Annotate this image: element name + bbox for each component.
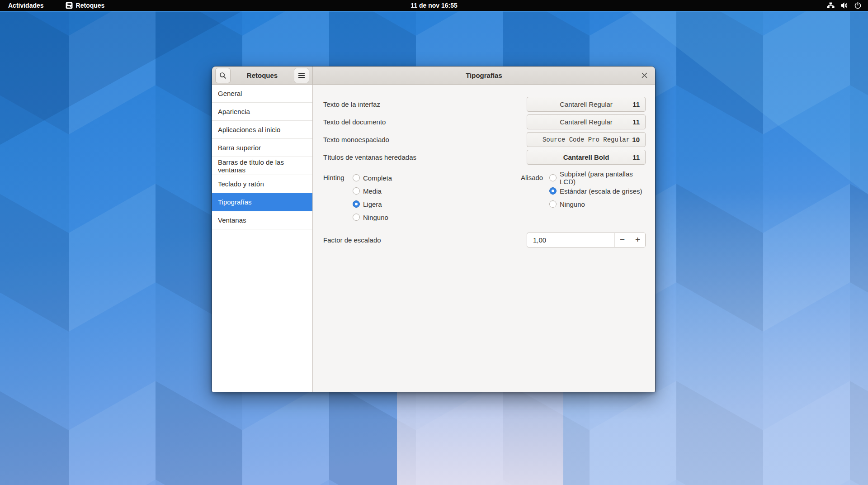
sidebar-item-apariencia[interactable]: Apariencia [212, 103, 312, 121]
antialiasing-label: Alisado [521, 173, 549, 222]
focused-app-name: Retoques [76, 2, 105, 9]
radio-icon [353, 174, 360, 181]
monospace-text-label: Texto monoespaciado [323, 136, 527, 143]
hinting-option-media[interactable]: Media [353, 186, 521, 195]
focused-app-button[interactable]: Retoques [61, 0, 109, 11]
sidebar: General Apariencia Aplicaciones al inici… [212, 85, 313, 392]
hinting-option-completa[interactable]: Completa [353, 173, 521, 182]
hinting-options: Completa Media Ligera Ninguno [353, 173, 521, 222]
increase-button[interactable]: + [630, 233, 645, 247]
radio-icon [353, 187, 360, 195]
fonts-page: Texto de la interfaz Cantarell Regular 1… [313, 85, 655, 392]
legacy-titles-font-button[interactable]: Cantarell Bold 11 [527, 150, 646, 165]
radio-checked-icon [549, 187, 557, 195]
hinting-label: Hinting [323, 173, 353, 222]
system-status-menu[interactable] [823, 0, 865, 11]
search-button[interactable] [215, 68, 231, 83]
document-font-button[interactable]: Cantarell Regular 11 [527, 114, 646, 129]
antialiasing-option-estandar[interactable]: Estándar (escala de grises) [549, 186, 646, 195]
top-bar: Actividades Retoques 11 de nov 16:55 [0, 0, 868, 11]
hamburger-menu-icon [298, 72, 305, 79]
monospace-text-row: Texto monoespaciado Source Code Pro Regu… [323, 132, 646, 147]
legacy-titles-label: Títulos de ventanas heredadas [323, 153, 527, 161]
power-icon [854, 2, 862, 9]
scaling-factor-spinbutton: 1,00 − + [527, 233, 646, 247]
scaling-factor-value[interactable]: 1,00 [527, 233, 614, 247]
hinting-option-ninguno[interactable]: Ninguno [353, 213, 521, 222]
interface-font-button[interactable]: Cantarell Regular 11 [527, 97, 646, 112]
page-title: Tipografías [466, 71, 502, 79]
scaling-factor-label: Factor de escalado [323, 236, 527, 244]
radio-checked-icon [353, 200, 360, 208]
legacy-titles-row: Títulos de ventanas heredadas Cantarell … [323, 150, 646, 165]
sidebar-item-teclado-y-raton[interactable]: Teclado y ratón [212, 175, 312, 193]
monospace-font-button[interactable]: Source Code Pro Regular 10 [527, 132, 646, 147]
clock[interactable]: 11 de nov 16:55 [410, 0, 458, 11]
radio-icon [353, 214, 360, 221]
sidebar-item-general[interactable]: General [212, 85, 312, 103]
volume-icon [840, 2, 848, 9]
interface-text-label: Texto de la interfaz [323, 100, 527, 108]
rendering-options: Hinting Completa Media Ligera Ninguno [323, 173, 646, 222]
close-button[interactable] [638, 70, 650, 81]
antialiasing-options: Subpíxel (para pantallas LCD) Estándar (… [549, 173, 646, 222]
radio-icon [549, 200, 557, 208]
sidebar-headerbar[interactable]: Retoques [212, 67, 313, 85]
network-icon [827, 2, 835, 9]
document-text-row: Texto del documento Cantarell Regular 11 [323, 114, 646, 129]
sidebar-item-aplicaciones-al-inicio[interactable]: Aplicaciones al inicio [212, 121, 312, 139]
app-title: Retoques [247, 71, 278, 79]
radio-icon [549, 174, 557, 181]
decrease-button[interactable]: − [614, 233, 630, 247]
sidebar-item-barras-de-titulo[interactable]: Barras de título de las ventanas [212, 157, 312, 175]
sidebar-item-tipografias[interactable]: Tipografías [212, 193, 312, 211]
sidebar-item-barra-superior[interactable]: Barra superior [212, 139, 312, 157]
search-icon [219, 72, 226, 79]
scaling-factor-row: Factor de escalado 1,00 − + [323, 233, 646, 247]
close-icon [642, 72, 647, 78]
page-headerbar[interactable]: Tipografías [313, 67, 655, 85]
activities-button[interactable]: Actividades [4, 0, 48, 11]
sidebar-item-ventanas[interactable]: Ventanas [212, 211, 312, 229]
tweaks-window: Retoques Tipografías General [212, 67, 655, 392]
hinting-option-ligera[interactable]: Ligera [353, 200, 521, 209]
menu-button[interactable] [294, 68, 309, 83]
tweaks-app-icon [66, 2, 73, 9]
antialiasing-option-subpixel[interactable]: Subpíxel (para pantallas LCD) [549, 173, 646, 182]
interface-text-row: Texto de la interfaz Cantarell Regular 1… [323, 97, 646, 112]
document-text-label: Texto del documento [323, 118, 527, 126]
antialiasing-option-ninguno[interactable]: Ninguno [549, 200, 646, 209]
